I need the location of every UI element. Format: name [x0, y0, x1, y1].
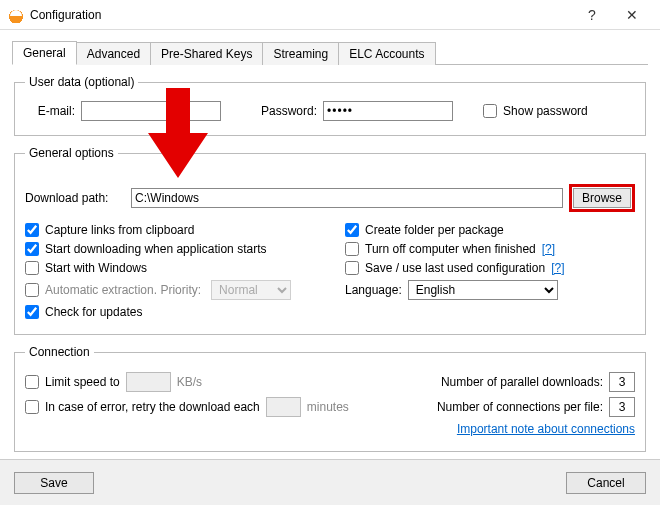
tab-elc-accounts[interactable]: ELC Accounts — [338, 42, 435, 65]
limit-speed-checkbox[interactable] — [25, 375, 39, 389]
app-icon — [8, 7, 24, 23]
show-password-label: Show password — [503, 104, 588, 118]
start-downloading-checkbox[interactable] — [25, 242, 39, 256]
check-updates-label: Check for updates — [45, 305, 142, 319]
start-with-windows-checkbox[interactable] — [25, 261, 39, 275]
show-password-checkbox[interactable] — [483, 104, 497, 118]
tab-general[interactable]: General — [12, 41, 77, 65]
start-downloading-label: Start downloading when application start… — [45, 242, 266, 256]
start-with-windows-label: Start with Windows — [45, 261, 147, 275]
connections-note-link[interactable]: Important note about connections — [457, 422, 635, 436]
retry-unit: minutes — [307, 400, 349, 414]
email-label: E-mail: — [25, 104, 75, 118]
auto-extract-label: Automatic extraction. Priority: — [45, 283, 201, 297]
create-folder-checkbox[interactable] — [345, 223, 359, 237]
general-options-legend: General options — [25, 146, 118, 160]
tab-streaming[interactable]: Streaming — [262, 42, 339, 65]
help-button[interactable]: ? — [572, 1, 612, 29]
capture-links-checkbox[interactable] — [25, 223, 39, 237]
priority-select: Normal — [211, 280, 291, 300]
window-title: Configuration — [30, 8, 101, 22]
language-select[interactable]: English — [408, 280, 558, 300]
parallel-downloads-label: Number of parallel downloads: — [441, 375, 603, 389]
browse-button[interactable]: Browse — [573, 188, 631, 208]
password-label: Password: — [261, 104, 317, 118]
capture-links-label: Capture links from clipboard — [45, 223, 194, 237]
parallel-downloads-field[interactable] — [609, 372, 635, 392]
user-data-group: User data (optional) E-mail: Password: S… — [14, 75, 646, 136]
check-updates-checkbox[interactable] — [25, 305, 39, 319]
footer: Save Cancel — [0, 459, 660, 505]
connections-per-file-label: Number of connections per file: — [437, 400, 603, 414]
general-options-group: General options Download path: Browse Ca… — [14, 146, 646, 335]
turn-off-checkbox[interactable] — [345, 242, 359, 256]
download-path-field[interactable] — [131, 188, 563, 208]
connection-legend: Connection — [25, 345, 94, 359]
save-button[interactable]: Save — [14, 472, 94, 494]
tab-advanced[interactable]: Advanced — [76, 42, 151, 65]
close-button[interactable]: ✕ — [612, 1, 652, 29]
limit-speed-unit: KB/s — [177, 375, 202, 389]
email-field[interactable] — [81, 101, 221, 121]
retry-field — [266, 397, 301, 417]
save-last-checkbox[interactable] — [345, 261, 359, 275]
retry-label: In case of error, retry the download eac… — [45, 400, 260, 414]
password-field[interactable] — [323, 101, 453, 121]
user-data-legend: User data (optional) — [25, 75, 138, 89]
language-label: Language: — [345, 283, 402, 297]
auto-extract-checkbox[interactable] — [25, 283, 39, 297]
limit-speed-field — [126, 372, 171, 392]
connection-group: Connection Limit speed to KB/s In case o… — [14, 345, 646, 452]
cancel-button[interactable]: Cancel — [566, 472, 646, 494]
limit-speed-label: Limit speed to — [45, 375, 120, 389]
tab-preshared-keys[interactable]: Pre-Shared Keys — [150, 42, 263, 65]
save-last-help-link[interactable]: [?] — [551, 261, 564, 275]
connections-per-file-field[interactable] — [609, 397, 635, 417]
create-folder-label: Create folder per package — [365, 223, 504, 237]
titlebar: Configuration ? ✕ — [0, 0, 660, 30]
tab-bar: General Advanced Pre-Shared Keys Streami… — [12, 40, 648, 65]
retry-checkbox[interactable] — [25, 400, 39, 414]
turn-off-help-link[interactable]: [?] — [542, 242, 555, 256]
download-path-label: Download path: — [25, 191, 125, 205]
save-last-label: Save / use last used configuration — [365, 261, 545, 275]
browse-highlight: Browse — [569, 184, 635, 212]
turn-off-label: Turn off computer when finished — [365, 242, 536, 256]
